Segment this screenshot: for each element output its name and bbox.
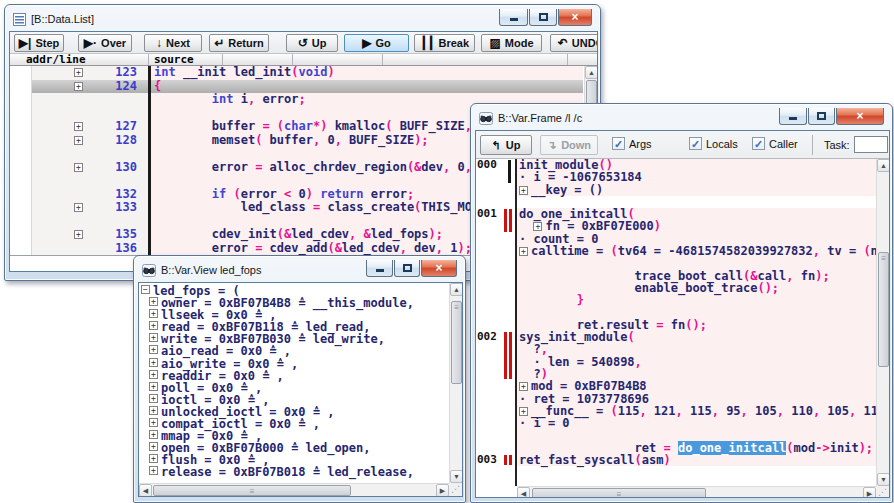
expand-box-icon[interactable]: + bbox=[519, 382, 528, 391]
var-view-vscrollbar[interactable]: ▲ ≡ ▼ bbox=[449, 283, 462, 483]
minimize-button[interactable] bbox=[366, 260, 393, 277]
expand-box-icon[interactable]: + bbox=[149, 394, 158, 403]
expand-box-icon[interactable]: + bbox=[149, 418, 158, 427]
addr-column[interactable]: +123+124+127+128+130132+133+135136 bbox=[32, 66, 148, 255]
addr-row[interactable]: 136 bbox=[32, 242, 148, 256]
addr-row[interactable] bbox=[32, 215, 148, 229]
addr-row[interactable]: +133 bbox=[32, 201, 148, 215]
return-button[interactable]: ↵Return bbox=[209, 34, 269, 52]
source-line[interactable]: int __init led_init(void) bbox=[151, 66, 583, 80]
column-header-addr[interactable]: addr/line bbox=[26, 54, 86, 65]
expand-box-icon[interactable]: + bbox=[74, 136, 83, 145]
expand-box-icon[interactable]: − bbox=[141, 285, 150, 294]
titlebar-data-list[interactable]: [B::Data.List] bbox=[13, 10, 94, 28]
expand-box-icon[interactable]: + bbox=[149, 442, 158, 451]
minimize-button[interactable] bbox=[499, 9, 528, 26]
expand-box-icon[interactable]: + bbox=[149, 358, 158, 367]
frame-row[interactable]: sys_init_module( bbox=[517, 331, 876, 343]
frame-row[interactable]: ret_fast_syscall(asm) bbox=[517, 454, 876, 466]
addr-row[interactable] bbox=[32, 107, 148, 121]
frame-row[interactable]: · i = 0 bbox=[517, 417, 876, 429]
checkbox-caller[interactable]: ✓Caller bbox=[752, 137, 798, 150]
expand-box-icon[interactable]: + bbox=[519, 407, 528, 416]
over-button[interactable]: ▶·Over bbox=[78, 34, 132, 52]
expand-box-icon[interactable]: + bbox=[149, 333, 158, 342]
var-frame-hscrollbar[interactable]: ◀ ≡ ▶ bbox=[517, 486, 876, 498]
var-view-hscrollbar[interactable]: ◀ ≡ ▶ bbox=[139, 483, 449, 496]
maximize-button[interactable] bbox=[394, 260, 420, 277]
resize-grip[interactable]: ⋰ bbox=[876, 486, 889, 498]
frame-row[interactable]: } bbox=[517, 294, 876, 306]
scroll-down-arrow[interactable]: ▼ bbox=[877, 473, 890, 486]
addr-row[interactable] bbox=[32, 174, 148, 188]
expand-box-icon[interactable]: + bbox=[74, 68, 83, 77]
close-button[interactable]: × bbox=[836, 108, 884, 125]
scroll-thumb[interactable]: ≡ bbox=[878, 252, 889, 367]
expand-box-icon[interactable]: + bbox=[149, 382, 158, 391]
addr-row[interactable]: +123 bbox=[32, 66, 148, 80]
scroll-up-arrow[interactable]: ▲ bbox=[585, 66, 598, 79]
frame-gutter[interactable]: 000001002003 bbox=[476, 159, 515, 486]
minimize-button[interactable] bbox=[779, 108, 807, 125]
scroll-thumb[interactable]: ≡ bbox=[451, 301, 462, 384]
frame-row[interactable]: · len = 540898, bbox=[517, 356, 876, 368]
undo-button[interactable]: ↶UNDO bbox=[550, 34, 598, 52]
frame-row[interactable]: +calltime = (tv64 = -4681574582039927832… bbox=[517, 245, 876, 257]
var-view-body[interactable]: −led_fops = (+owner = 0xBF07B4B8 ≙ __thi… bbox=[139, 283, 449, 483]
scroll-left-arrow[interactable]: ◀ bbox=[139, 484, 152, 497]
scroll-right-arrow[interactable]: ▶ bbox=[436, 484, 449, 497]
breakpoint-gutter[interactable] bbox=[10, 66, 32, 255]
task-input[interactable] bbox=[854, 136, 888, 153]
close-button[interactable]: × bbox=[421, 260, 457, 277]
expand-box-icon[interactable]: + bbox=[149, 345, 158, 354]
up-button[interactable]: ↰Up bbox=[480, 135, 532, 155]
go-button[interactable]: ▶Go bbox=[344, 34, 409, 52]
scroll-thumb[interactable]: ≡ bbox=[153, 485, 351, 496]
expand-box-icon[interactable]: + bbox=[149, 309, 158, 318]
scroll-right-arrow[interactable]: ▶ bbox=[863, 487, 876, 498]
scroll-down-arrow[interactable]: ▼ bbox=[450, 470, 463, 483]
addr-row[interactable]: 132 bbox=[32, 188, 148, 202]
addr-row[interactable]: +127 bbox=[32, 120, 148, 134]
addr-row[interactable]: +130 bbox=[32, 161, 148, 175]
expand-box-icon[interactable]: + bbox=[149, 297, 158, 306]
expand-box-icon[interactable]: + bbox=[149, 466, 158, 475]
scroll-thumb[interactable]: ≡ bbox=[532, 488, 706, 498]
expand-box-icon[interactable]: + bbox=[149, 454, 158, 463]
var-frame-vscrollbar[interactable]: ▲ ≡ ▼ bbox=[876, 159, 889, 486]
addr-row[interactable]: +135 bbox=[32, 228, 148, 242]
addr-row[interactable]: +124 bbox=[32, 80, 148, 94]
frame-row[interactable]: +__key = () bbox=[517, 184, 876, 196]
expand-box-icon[interactable]: + bbox=[519, 247, 528, 256]
titlebar-var-frame[interactable]: B::Var.Frame /l /c bbox=[479, 109, 582, 127]
frame-row[interactable]: +__func__ = (115, 121, 115, 95, 105, 110… bbox=[517, 405, 876, 417]
close-button[interactable]: × bbox=[558, 9, 592, 26]
scroll-left-arrow[interactable]: ◀ bbox=[517, 487, 530, 498]
addr-row[interactable]: +128 bbox=[32, 134, 148, 148]
expand-box-icon[interactable]: + bbox=[149, 370, 158, 379]
step-button[interactable]: ▶|Step bbox=[14, 34, 64, 52]
column-header-source[interactable]: source bbox=[154, 54, 194, 65]
expand-box-icon[interactable]: + bbox=[149, 406, 158, 415]
scroll-up-arrow[interactable]: ▲ bbox=[450, 283, 463, 296]
frame-rows[interactable]: init_module()· i = -1067653184+__key = (… bbox=[517, 159, 876, 486]
break-button[interactable]: ┃┃Break bbox=[414, 34, 475, 52]
expand-box-icon[interactable]: + bbox=[74, 163, 83, 172]
up-button[interactable]: ↺Up bbox=[286, 34, 338, 52]
scroll-up-arrow[interactable]: ▲ bbox=[877, 159, 890, 172]
mode-button[interactable]: ▨Mode bbox=[481, 34, 542, 52]
expand-box-icon[interactable]: + bbox=[74, 82, 83, 91]
maximize-button[interactable] bbox=[808, 108, 835, 125]
titlebar-var-view[interactable]: B::Var.View led_fops bbox=[142, 261, 262, 279]
addr-row[interactable] bbox=[32, 147, 148, 161]
checkbox-locals[interactable]: ✓Locals bbox=[689, 137, 738, 150]
maximize-button[interactable] bbox=[529, 9, 557, 26]
var-row[interactable]: +release = 0xBF07B018 ≙ led_release, bbox=[139, 466, 449, 478]
addr-row[interactable] bbox=[32, 93, 148, 107]
expand-box-icon[interactable]: + bbox=[149, 430, 158, 439]
resize-grip[interactable]: ⋰ bbox=[449, 483, 462, 496]
expand-box-icon[interactable]: + bbox=[74, 230, 83, 239]
checkbox-args[interactable]: ✓Args bbox=[612, 137, 652, 150]
next-button[interactable]: ↓Next bbox=[144, 34, 202, 52]
expand-box-icon[interactable]: + bbox=[149, 321, 158, 330]
